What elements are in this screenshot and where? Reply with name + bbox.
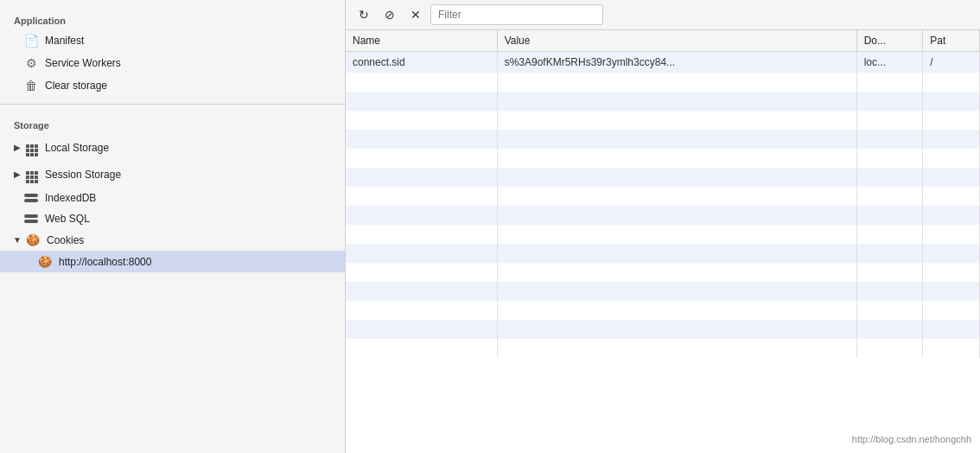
cell-name: connect.sid: [346, 52, 497, 73]
cell-name: [346, 111, 497, 130]
col-header-name: Name: [346, 30, 497, 52]
sidebar-item-local-storage[interactable]: Local Storage: [0, 134, 345, 161]
cell-name: [346, 263, 497, 282]
table-row[interactable]: [346, 301, 980, 320]
gear-icon: ⚙: [24, 56, 38, 70]
col-header-path: Pat: [923, 30, 980, 52]
sidebar-item-indexeddb[interactable]: IndexedDB: [0, 188, 345, 208]
table-row[interactable]: [346, 92, 980, 111]
cell-value: [497, 320, 856, 339]
cell-value: [497, 130, 856, 149]
cell-name: [346, 244, 497, 263]
grid-icon-session-storage: [26, 171, 38, 183]
data-table: Name Value Do... Pat connect.sids%3A9ofK…: [346, 30, 980, 453]
cell-name: [346, 320, 497, 339]
session-storage-label: Session Storage: [45, 169, 121, 181]
cell-value: [497, 263, 856, 282]
service-workers-label: Service Workers: [45, 57, 121, 69]
cell-value: [497, 187, 856, 206]
cell-name: [346, 73, 497, 92]
clear-storage-label: Clear storage: [45, 80, 107, 92]
cookie-icon-localhost: 🍪: [38, 255, 52, 268]
cell-name: [346, 149, 497, 168]
cell-domain: loc...: [856, 52, 923, 73]
sidebar-item-session-storage[interactable]: Session Storage: [0, 161, 345, 188]
cell-domain: [856, 206, 923, 225]
table-row[interactable]: [346, 206, 980, 225]
cell-domain: [856, 320, 923, 339]
sidebar-item-localhost[interactable]: 🍪 http://localhost:8000: [0, 251, 345, 272]
cell-domain: [856, 92, 923, 111]
sidebar-item-web-sql[interactable]: Web SQL: [0, 208, 345, 229]
cell-name: [346, 168, 497, 187]
table-row[interactable]: [346, 73, 980, 92]
cell-path: [923, 149, 980, 168]
cell-domain: [856, 263, 923, 282]
table-row[interactable]: [346, 130, 980, 149]
table-row[interactable]: [346, 168, 980, 187]
cell-domain: [856, 244, 923, 263]
cell-path: [923, 111, 980, 130]
cookies-label: Cookies: [47, 234, 84, 246]
cell-value: [497, 225, 856, 244]
cell-domain: [856, 149, 923, 168]
cell-domain: [856, 168, 923, 187]
table-row[interactable]: [346, 149, 980, 168]
table-row[interactable]: [346, 282, 980, 301]
sidebar-item-clear-storage[interactable]: 🗑 Clear storage: [0, 74, 345, 97]
trash-icon: 🗑: [24, 79, 38, 93]
cookies-arrow: [12, 235, 22, 246]
cell-domain: [856, 225, 923, 244]
sidebar-item-manifest[interactable]: 📄 Manifest: [0, 29, 345, 52]
cell-name: [346, 92, 497, 111]
table-row[interactable]: [346, 111, 980, 130]
table-row[interactable]: connect.sids%3A9ofKMr5RHs39r3ymlh3ccy84.…: [346, 52, 980, 73]
col-header-value: Value: [497, 30, 856, 52]
cell-value: [497, 168, 856, 187]
table-row[interactable]: [346, 339, 980, 358]
cell-path: [923, 263, 980, 282]
cell-name: [346, 187, 497, 206]
sidebar-item-service-workers[interactable]: ⚙ Service Workers: [0, 52, 345, 74]
application-section-label: Application: [0, 7, 345, 29]
cell-domain: [856, 73, 923, 92]
cell-value: [497, 282, 856, 301]
divider: [0, 104, 345, 105]
local-storage-arrow: [12, 143, 22, 153]
col-header-domain: Do...: [856, 30, 923, 52]
cell-value: [497, 339, 856, 358]
cell-name: [346, 206, 497, 225]
cell-domain: [856, 339, 923, 358]
table-row[interactable]: [346, 263, 980, 282]
sidebar: Application 📄 Manifest ⚙ Service Workers…: [0, 0, 346, 453]
cell-domain: [856, 282, 923, 301]
cell-value: [497, 111, 856, 130]
filter-input[interactable]: [430, 4, 603, 25]
cell-path: [923, 339, 980, 358]
table-row[interactable]: [346, 187, 980, 206]
indexeddb-label: IndexedDB: [45, 192, 96, 204]
refresh-button[interactable]: ↻: [353, 3, 375, 26]
cell-path: [923, 282, 980, 301]
cell-domain: [856, 187, 923, 206]
cell-value: [497, 301, 856, 320]
table-row[interactable]: [346, 244, 980, 263]
doc-icon: 📄: [24, 34, 38, 48]
table-row[interactable]: [346, 320, 980, 339]
manifest-label: Manifest: [45, 35, 84, 47]
cell-value: [497, 73, 856, 92]
block-button[interactable]: ⊘: [379, 3, 401, 26]
cell-domain: [856, 130, 923, 149]
cell-path: [923, 301, 980, 320]
table-row[interactable]: [346, 225, 980, 244]
db-icon-indexeddb: [24, 194, 38, 202]
localhost-label: http://localhost:8000: [59, 256, 151, 268]
cell-path: [923, 130, 980, 149]
local-storage-label: Local Storage: [45, 142, 109, 154]
web-sql-label: Web SQL: [45, 213, 90, 225]
main-content: ↻ ⊘ ✕ Name Value Do... Pat connect.sids%…: [346, 0, 980, 453]
cell-name: [346, 130, 497, 149]
sidebar-item-cookies[interactable]: 🍪 Cookies: [0, 229, 345, 251]
storage-section-label: Storage: [0, 112, 345, 134]
close-button[interactable]: ✕: [404, 3, 427, 26]
